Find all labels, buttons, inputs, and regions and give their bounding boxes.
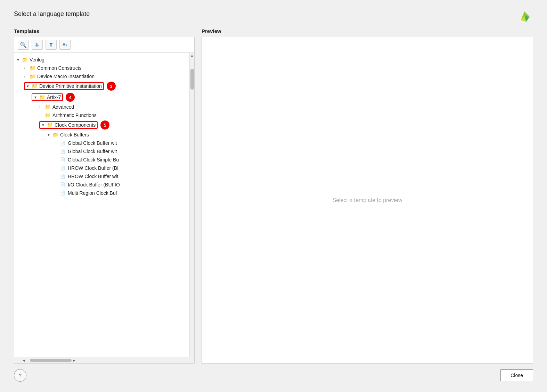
h-scroll-thumb[interactable]	[30, 359, 72, 362]
folder-icon: 📁	[47, 122, 53, 128]
tree-item-advanced[interactable]: › 📁 Advanced	[14, 103, 189, 111]
tree-item-clock-components[interactable]: ▼ 📁 Clock Components 5	[14, 119, 189, 131]
collapse-all-button[interactable]: ⇊	[32, 40, 43, 50]
item-label: Arithmetic Functions	[52, 112, 97, 118]
item-label: Global Clock Simple Bu	[68, 157, 119, 162]
chevron-icon: ›	[39, 105, 45, 109]
search-icon: 🔍	[20, 42, 27, 48]
templates-label: Templates	[14, 28, 195, 34]
tree-item-iocb[interactable]: 📄 I/O Clock Buffer (BUFIO	[14, 181, 189, 189]
help-button[interactable]: ?	[14, 369, 26, 382]
folder-icon: 📁	[22, 57, 28, 62]
scroll-thumb[interactable]	[190, 69, 194, 90]
badge-3: 3	[107, 82, 116, 91]
vertical-scrollbar[interactable]: ▲	[189, 53, 194, 357]
item-label: Common Constructs	[37, 65, 82, 71]
item-label: Clock Components	[55, 122, 96, 128]
item-label: I/O Clock Buffer (BUFIO	[68, 182, 120, 187]
tree-item-hrow2[interactable]: 📄 HROW Clock Buffer wit	[14, 172, 189, 181]
search-button[interactable]: 🔍	[18, 40, 29, 50]
item-label: Multi Region Clock Buf	[68, 190, 117, 196]
item-label: HROW Clock Buffer (BI	[68, 165, 119, 171]
folder-icon: 📁	[30, 65, 36, 71]
folder-icon: 📁	[45, 104, 51, 110]
file-icon: 📄	[60, 141, 66, 145]
tree-area: ▼ 📁 Verilog › 📁 Common Constructs	[14, 53, 194, 357]
templates-panel: Templates 🔍 ⇊ ⇈ A↓	[14, 28, 195, 364]
preview-panel: Preview Select a template to preview	[202, 28, 533, 364]
tree-item-device-macro[interactable]: › 📁 Device Macro Instantiation	[14, 72, 189, 81]
chevron-icon: ▼	[41, 123, 47, 127]
templates-box: 🔍 ⇊ ⇈ A↓	[14, 37, 195, 364]
folder-icon: 📁	[30, 74, 36, 79]
scroll-left-arrow[interactable]: ◀	[21, 359, 26, 362]
tree-item-gcb1[interactable]: 📄 Global Clock Buffer wit	[14, 139, 189, 147]
item-label: Artix-7	[47, 94, 61, 100]
page-title: Select a language template	[14, 10, 533, 18]
app-logo	[516, 10, 533, 27]
item-label: Global Clock Buffer wit	[68, 149, 117, 154]
close-button[interactable]: Close	[500, 369, 533, 381]
preview-box: Select a template to preview	[202, 37, 533, 364]
badge-5: 5	[100, 120, 109, 130]
tree-item-gcsb[interactable]: 📄 Global Clock Simple Bu	[14, 156, 189, 164]
tree-item-clock-buffers[interactable]: ▼ 📁 Clock Buffers	[14, 131, 189, 139]
preview-label: Preview	[202, 28, 533, 34]
file-icon: 📄	[60, 166, 66, 170]
row-with-badge: ▼ 📁 Device Primitive Instantiation 3	[24, 82, 187, 91]
folder-icon: 📁	[45, 112, 51, 118]
row-with-badge: ▼ 📁 Artix-7 4	[32, 93, 187, 102]
tree-item-verilog[interactable]: ▼ 📁 Verilog	[14, 56, 189, 64]
chevron-icon: ▼	[47, 133, 52, 137]
item-label: Device Primitive Instantiation	[39, 83, 102, 89]
highlight-artix7: ▼ 📁 Artix-7	[32, 93, 63, 101]
folder-icon: 📁	[32, 83, 38, 89]
scroll-right-arrow[interactable]: ▶	[72, 359, 77, 362]
preview-placeholder: Select a template to preview	[333, 197, 402, 203]
item-label: Verilog	[30, 57, 44, 62]
tree-item-common-constructs[interactable]: › 📁 Common Constructs	[14, 64, 189, 72]
chevron-icon: ▼	[16, 58, 22, 62]
sort-icon: A↓	[63, 42, 68, 47]
file-icon: 📄	[60, 191, 66, 195]
folder-icon: 📁	[52, 132, 59, 137]
footer: ? Close	[14, 364, 533, 382]
tree-item-hrow1[interactable]: 📄 HROW Clock Buffer (BI	[14, 164, 189, 172]
tree-item-arithmetic[interactable]: › 📁 Arithmetic Functions	[14, 111, 189, 119]
tree-item-mrcb[interactable]: 📄 Multi Region Clock Buf	[14, 189, 189, 197]
tree-scroll[interactable]: ▼ 📁 Verilog › 📁 Common Constructs	[14, 53, 189, 357]
item-label: Clock Buffers	[60, 132, 89, 137]
svg-marker-0	[524, 11, 530, 17]
chevron-icon: ›	[24, 75, 30, 78]
file-icon: 📄	[60, 157, 66, 162]
help-label: ?	[19, 373, 22, 378]
main-container: Select a language template Templates 🔍 ⇊…	[0, 0, 547, 392]
highlight-device-primitive: ▼ 📁 Device Primitive Instantiation	[24, 82, 104, 90]
tree-item-device-primitive[interactable]: ▼ 📁 Device Primitive Instantiation 3	[14, 81, 189, 92]
chevron-icon: ›	[39, 114, 45, 117]
close-label: Close	[511, 373, 523, 378]
file-icon: 📄	[60, 182, 66, 187]
expand-all-icon: ⇈	[49, 42, 53, 48]
file-icon: 📄	[60, 149, 66, 154]
scroll-up-arrow[interactable]: ▲	[190, 53, 195, 58]
folder-icon: 📁	[39, 94, 46, 100]
toolbar: 🔍 ⇊ ⇈ A↓	[14, 37, 194, 53]
content-area: Templates 🔍 ⇊ ⇈ A↓	[14, 28, 533, 364]
chevron-icon: ▼	[34, 95, 39, 99]
file-icon: 📄	[60, 174, 66, 179]
tree-item-artix7[interactable]: ▼ 📁 Artix-7 4	[14, 92, 189, 103]
highlight-clock-components: ▼ 📁 Clock Components	[39, 121, 98, 129]
sort-button[interactable]: A↓	[59, 40, 71, 50]
row-with-badge: ▼ 📁 Clock Components 5	[39, 120, 187, 130]
badge-4: 4	[66, 93, 75, 102]
item-label: Device Macro Instantiation	[37, 74, 95, 79]
item-label: Global Clock Buffer wit	[68, 140, 117, 146]
chevron-icon: ›	[24, 66, 30, 70]
chevron-icon: ▼	[26, 84, 32, 88]
collapse-all-icon: ⇊	[35, 42, 39, 48]
expand-all-button[interactable]: ⇈	[46, 40, 57, 50]
item-label: Advanced	[52, 104, 74, 110]
tree-item-gcb2[interactable]: 📄 Global Clock Buffer wit	[14, 147, 189, 156]
horizontal-scrollbar[interactable]: ◀ ▶	[14, 357, 194, 363]
